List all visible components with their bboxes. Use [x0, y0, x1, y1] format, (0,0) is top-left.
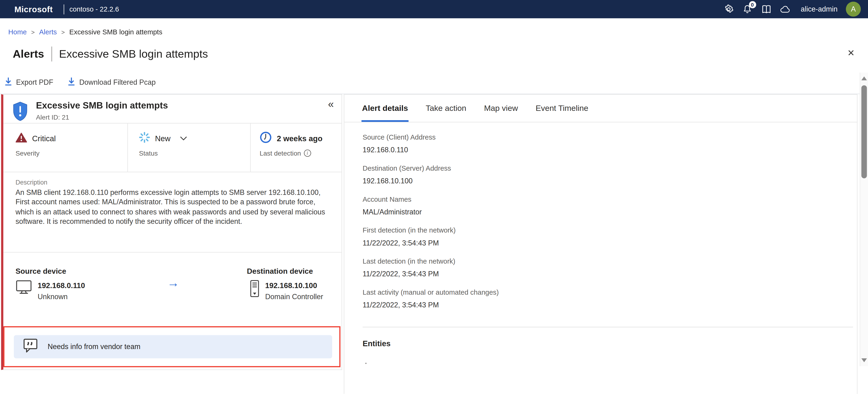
- field-value: 11/22/2022, 3:54:43 PM: [363, 270, 857, 278]
- field-label: Account Names: [363, 195, 857, 204]
- field-source-client-address: Source (Client) Address 192.168.0.110: [363, 133, 857, 154]
- last-detection-value: 2 weeks ago: [277, 134, 322, 143]
- vendor-comment-text: Needs info from vendor team: [48, 342, 141, 351]
- vertical-scrollbar[interactable]: [860, 72, 868, 366]
- alert-shield-icon: [12, 101, 28, 123]
- destination-device-label: Destination device: [247, 267, 323, 275]
- collapse-panel-icon[interactable]: «: [328, 98, 334, 110]
- entities-title: Entities: [363, 339, 391, 347]
- tab-alert-details[interactable]: Alert details: [362, 94, 408, 121]
- settings-gear-icon[interactable]: [723, 4, 734, 14]
- source-device-ip[interactable]: 192.168.0.110: [38, 281, 85, 290]
- export-pdf-button[interactable]: Export PDF: [4, 77, 53, 88]
- tab-map-view[interactable]: Map view: [484, 94, 518, 121]
- breadcrumb-separator: >: [61, 29, 65, 35]
- source-device-label: Source device: [16, 267, 85, 275]
- alert-details-panel: Alert details Take action Map view Event…: [344, 94, 858, 394]
- field-label: Last detection (in the network): [363, 257, 857, 266]
- entities-loading-dot: [365, 362, 367, 364]
- field-first-detection: First detection (in the network) 11/22/2…: [363, 226, 857, 247]
- page-section-title: Alerts: [13, 48, 44, 60]
- source-device: Source device 192.168.0.110 Unknown: [16, 267, 85, 301]
- field-label: First detection (in the network): [363, 226, 857, 235]
- status-dropdown-chevron-icon[interactable]: [180, 136, 187, 141]
- field-label: Destination (Server) Address: [363, 164, 857, 173]
- destination-device-type: Domain Controller: [265, 292, 323, 300]
- new-status-icon: [139, 132, 150, 145]
- annotation-highlight-box: Needs info from vendor team: [3, 326, 340, 367]
- scroll-down-arrow-icon[interactable]: [861, 359, 867, 362]
- details-tabs: Alert details Take action Map view Event…: [344, 94, 857, 122]
- app-window: Microsoft contoso - 22.2.6 0: [0, 0, 868, 394]
- field-last-detection: Last detection (in the network) 11/22/20…: [363, 257, 857, 278]
- severity-cell: Critical Severity: [3, 123, 128, 172]
- field-label: Last activity (manual or automated chang…: [363, 288, 857, 297]
- notifications-bell-icon[interactable]: 0: [742, 4, 753, 14]
- download-icon: [68, 77, 75, 88]
- page-title-row: Alerts Excessive SMB login attempts: [13, 47, 208, 62]
- breadcrumb-alerts-link[interactable]: Alerts: [39, 28, 57, 36]
- server-tower-icon: [250, 279, 259, 299]
- workstation-monitor-icon: [16, 279, 32, 297]
- destination-device-ip[interactable]: 192.168.10.100: [265, 281, 323, 290]
- destination-device: Destination device 192.168.10.100: [247, 267, 323, 301]
- alert-summary-header: Excessive SMB login attempts Alert ID: 2…: [3, 94, 342, 123]
- traffic-direction-arrow-icon: →: [167, 276, 180, 290]
- status-label: Status: [139, 149, 250, 157]
- topbar-actions: 0 alice-admin A: [723, 2, 868, 17]
- download-pcap-button[interactable]: Download Filtered Pcap: [68, 77, 156, 88]
- field-value: 192.168.0.110: [363, 146, 857, 154]
- microsoft-logo: Microsoft: [14, 4, 53, 14]
- alert-detail-fields: Source (Client) Address 192.168.0.110 De…: [344, 122, 857, 309]
- title-divider: [51, 47, 52, 62]
- username-label[interactable]: alice-admin: [801, 5, 837, 13]
- download-pcap-label: Download Filtered Pcap: [79, 78, 156, 86]
- description-label: Description: [16, 179, 329, 185]
- alert-title: Excessive SMB login attempts: [36, 100, 168, 111]
- breadcrumb: Home > Alerts > Excessive SMB login atte…: [8, 28, 162, 36]
- last-detection-cell: 2 weeks ago Last detection i: [251, 123, 342, 172]
- breadcrumb-home-link[interactable]: Home: [8, 28, 27, 36]
- status-value: New: [155, 134, 170, 143]
- tab-event-timeline[interactable]: Event Timeline: [536, 94, 588, 121]
- download-icon: [4, 77, 12, 88]
- alert-id: Alert ID: 21: [36, 113, 168, 121]
- cloud-icon[interactable]: [780, 4, 790, 14]
- comment-bubble-icon: [23, 338, 38, 355]
- field-label: Source (Client) Address: [363, 133, 857, 142]
- critical-severity-icon: [16, 132, 27, 144]
- sensor-console: Microsoft contoso - 22.2.6 0: [0, 0, 868, 394]
- top-bar: Microsoft contoso - 22.2.6 0: [0, 0, 868, 18]
- user-avatar[interactable]: A: [846, 2, 861, 17]
- field-value: MAL/Administrator: [363, 207, 857, 216]
- description-section: Description An SMB client 192.168.0.110 …: [3, 172, 342, 252]
- notification-count-badge: 0: [749, 1, 756, 8]
- breadcrumb-separator: >: [31, 29, 35, 35]
- severity-label: Severity: [16, 149, 127, 157]
- alert-attributes-row: Critical Severity New: [3, 123, 342, 172]
- field-destination-server-address: Destination (Server) Address 192.168.10.…: [363, 164, 857, 185]
- devices-section: Source device 192.168.0.110 Unknown: [3, 252, 342, 326]
- scroll-up-arrow-icon[interactable]: [861, 77, 867, 80]
- field-value: 192.168.10.100: [363, 177, 857, 185]
- vendor-comment-bar[interactable]: Needs info from vendor team: [14, 335, 332, 358]
- last-detection-label: Last detection: [260, 149, 301, 157]
- breadcrumb-current: Excessive SMB login attempts: [69, 28, 162, 36]
- environment-version-label: contoso - 22.2.6: [69, 5, 119, 13]
- close-icon[interactable]: ✕: [847, 49, 855, 58]
- topbar-divider: [64, 4, 64, 14]
- field-last-activity: Last activity (manual or automated chang…: [363, 288, 857, 309]
- clock-icon: [260, 131, 272, 145]
- status-cell: New Status: [128, 123, 251, 172]
- alert-toolbar: Export PDF Download Filtered Pcap: [4, 77, 156, 88]
- export-pdf-label: Export PDF: [16, 78, 53, 86]
- info-icon[interactable]: i: [304, 149, 311, 157]
- description-text: An SMB client 192.168.0.110 performs exc…: [16, 188, 329, 226]
- tab-take-action[interactable]: Take action: [426, 94, 466, 121]
- scrollbar-thumb[interactable]: [861, 85, 867, 178]
- alert-summary-panel: Excessive SMB login attempts Alert ID: 2…: [1, 94, 342, 370]
- page-title: Excessive SMB login attempts: [59, 48, 208, 60]
- field-value: 11/22/2022, 3:54:43 PM: [363, 238, 857, 247]
- documentation-book-icon[interactable]: [761, 4, 772, 14]
- severity-value: Critical: [32, 134, 56, 143]
